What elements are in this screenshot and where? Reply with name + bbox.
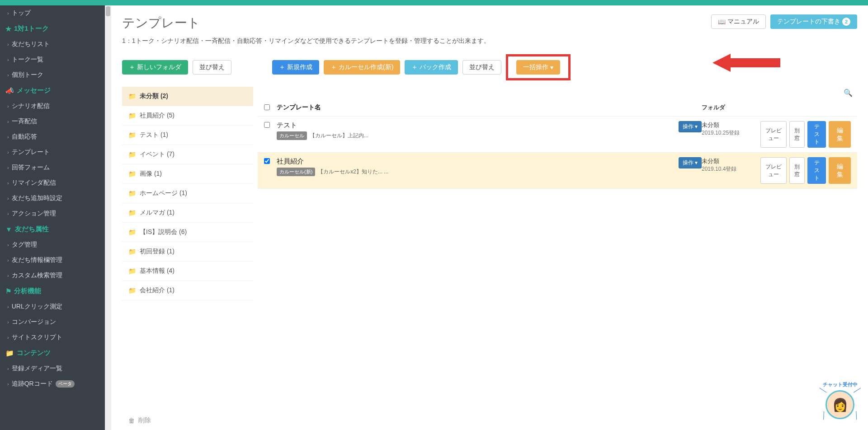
template-subtitle: 【カルーセルx2】知りた... ... bbox=[318, 168, 388, 175]
new-window-button[interactable]: 別窓 bbox=[789, 157, 805, 184]
folder-item[interactable]: 📁基本情報 (4) bbox=[122, 262, 253, 281]
chevron-right-icon: › bbox=[7, 381, 9, 387]
folder-item[interactable]: 📁【IS】説明会 (6) bbox=[122, 223, 253, 242]
search-icon[interactable]: 🔍 bbox=[258, 87, 857, 99]
edit-button[interactable]: 編集 bbox=[829, 121, 851, 148]
nav-friend-add-setting[interactable]: ›友だち追加時設定 bbox=[0, 191, 105, 206]
nav-section-message[interactable]: 📣メッセージ bbox=[0, 83, 105, 98]
sort-folder-button[interactable]: 並び替え bbox=[193, 60, 231, 75]
chat-widget[interactable]: チャット受付中 ╲╱ 👩 ╲╱ bbox=[821, 383, 859, 421]
nav-top[interactable]: ›トップ bbox=[0, 5, 105, 21]
folder-icon: 📁 bbox=[128, 248, 136, 255]
folder-item[interactable]: 📁初回登録 (1) bbox=[122, 242, 253, 262]
preview-button[interactable]: プレビュー bbox=[760, 121, 787, 148]
chevron-right-icon: › bbox=[7, 273, 9, 278]
folder-icon: 📁 bbox=[128, 93, 136, 100]
folder-label: テスト (1) bbox=[140, 131, 168, 139]
row-checkbox[interactable] bbox=[264, 122, 270, 128]
filter-icon: ▼ bbox=[5, 225, 12, 233]
nav-qr-tracking[interactable]: ›追跡QRコード ベータ bbox=[0, 376, 105, 392]
folder-icon: 📁 bbox=[128, 112, 136, 119]
folder-icon: 📁 bbox=[128, 209, 136, 216]
nav-section-analytics[interactable]: ⚑分析機能 bbox=[0, 283, 105, 299]
nav-action-manage[interactable]: ›アクション管理 bbox=[0, 206, 105, 221]
chevron-right-icon: › bbox=[7, 366, 9, 371]
manual-button[interactable]: 📖マニュアル bbox=[711, 14, 766, 29]
plus-icon: ＋ bbox=[129, 63, 135, 71]
folder-icon: 📁 bbox=[128, 229, 136, 236]
draft-button[interactable]: テンプレートの下書き 2 bbox=[770, 14, 857, 29]
nav-template[interactable]: ›テンプレート bbox=[0, 145, 105, 160]
nav-talk-list[interactable]: ›トーク一覧 bbox=[0, 52, 105, 67]
new-create-button[interactable]: ＋新規作成 bbox=[272, 60, 319, 75]
row-date: 2019.10.25登録 bbox=[702, 129, 760, 137]
row-operate-button[interactable]: 操作 ▾ bbox=[679, 157, 702, 168]
nav-conversion[interactable]: ›コンバージョン bbox=[0, 314, 105, 330]
chevron-right-icon: › bbox=[7, 242, 9, 248]
megaphone-icon: 📣 bbox=[5, 87, 14, 95]
folder-icon: 📁 bbox=[128, 287, 136, 294]
nav-tag-manage[interactable]: ›タグ管理 bbox=[0, 237, 105, 252]
new-folder-button[interactable]: ＋新しいフォルダ bbox=[122, 60, 188, 75]
carousel-create-button[interactable]: ＋カルーセル作成(新) bbox=[324, 60, 400, 75]
chevron-right-icon: › bbox=[7, 180, 9, 186]
folder-icon: 📁 bbox=[128, 131, 136, 139]
chevron-right-icon: › bbox=[7, 257, 9, 263]
draft-count-badge: 2 bbox=[842, 18, 850, 26]
row-checkbox[interactable] bbox=[264, 158, 270, 164]
nav-url-click[interactable]: ›URLクリック測定 bbox=[0, 299, 105, 314]
edit-button[interactable]: 編集 bbox=[829, 157, 851, 184]
folder-item[interactable]: 📁未分類 (2) bbox=[122, 87, 253, 106]
preview-button[interactable]: プレビュー bbox=[760, 157, 787, 184]
sidebar-scrollbar[interactable] bbox=[105, 5, 111, 430]
nav-section-1on1[interactable]: ★1対1トーク bbox=[0, 21, 105, 37]
folder-item[interactable]: 📁イベント (7) bbox=[122, 145, 253, 164]
nav-friend-info[interactable]: ›友だち情報欄管理 bbox=[0, 252, 105, 268]
nav-scenario[interactable]: ›シナリオ配信 bbox=[0, 98, 105, 114]
annotation-highlight: 一括操作 ▾ bbox=[506, 54, 571, 80]
folder-delete-button[interactable]: 🗑削除 bbox=[122, 411, 253, 430]
chevron-right-icon: › bbox=[7, 72, 9, 78]
folder-icon: 📁 bbox=[128, 267, 136, 275]
folder-label: イベント (7) bbox=[140, 150, 175, 159]
folder-item[interactable]: 📁社員紹介 (5) bbox=[122, 106, 253, 126]
nav-custom-search[interactable]: ›カスタム検索管理 bbox=[0, 268, 105, 283]
folder-label: 社員紹介 (5) bbox=[140, 112, 175, 120]
test-button[interactable]: テスト bbox=[807, 157, 826, 184]
chevron-right-icon: › bbox=[7, 119, 9, 124]
star-icon: ★ bbox=[5, 25, 11, 33]
row-operate-button[interactable]: 操作 ▾ bbox=[679, 121, 702, 132]
folder-item[interactable]: 📁画像 (1) bbox=[122, 164, 253, 184]
nav-individual-talk[interactable]: ›個別トーク bbox=[0, 67, 105, 83]
svg-marker-0 bbox=[712, 54, 780, 72]
new-window-button[interactable]: 別窓 bbox=[789, 121, 805, 148]
arrow-left-icon bbox=[712, 51, 780, 74]
chevron-right-icon: › bbox=[7, 304, 9, 309]
chevron-right-icon: › bbox=[7, 196, 9, 201]
sort-template-button[interactable]: 並び替え bbox=[462, 60, 501, 75]
bulk-action-button[interactable]: 一括操作 ▾ bbox=[516, 60, 560, 75]
folder-item[interactable]: 📁メルマガ (1) bbox=[122, 203, 253, 223]
nav-reminder[interactable]: ›リマインダ配信 bbox=[0, 175, 105, 191]
test-button[interactable]: テスト bbox=[807, 121, 826, 148]
pack-create-button[interactable]: ＋パック作成 bbox=[405, 60, 458, 75]
book-icon: 📖 bbox=[718, 18, 726, 25]
template-table-header: テンプレート名 フォルダ bbox=[258, 99, 857, 117]
nav-section-contents[interactable]: 📁コンテンツ bbox=[0, 345, 105, 361]
chevron-right-icon: › bbox=[7, 10, 9, 16]
header-folder: フォルダ bbox=[702, 103, 851, 112]
nav-answer-form[interactable]: ›回答フォーム bbox=[0, 160, 105, 175]
chevron-right-icon: › bbox=[7, 335, 9, 340]
page-description: 1：1トーク・シナリオ配信・一斉配信・自動応答・リマインダなどで使用できるテンプ… bbox=[122, 37, 857, 45]
folder-label: 会社紹介 (1) bbox=[140, 286, 175, 294]
folder-item[interactable]: 📁ホームページ (1) bbox=[122, 184, 253, 203]
nav-site-script[interactable]: ›サイトスクリプト bbox=[0, 330, 105, 345]
nav-friend-list[interactable]: ›友だちリスト bbox=[0, 37, 105, 52]
nav-auto-reply[interactable]: ›自動応答 bbox=[0, 129, 105, 145]
nav-section-attribute[interactable]: ▼友だち属性 bbox=[0, 221, 105, 237]
folder-item[interactable]: 📁テスト (1) bbox=[122, 126, 253, 145]
nav-media-list[interactable]: ›登録メディア一覧 bbox=[0, 361, 105, 376]
nav-broadcast[interactable]: ›一斉配信 bbox=[0, 114, 105, 129]
folder-item[interactable]: 📁会社紹介 (1) bbox=[122, 281, 253, 300]
select-all-checkbox[interactable] bbox=[264, 104, 270, 110]
